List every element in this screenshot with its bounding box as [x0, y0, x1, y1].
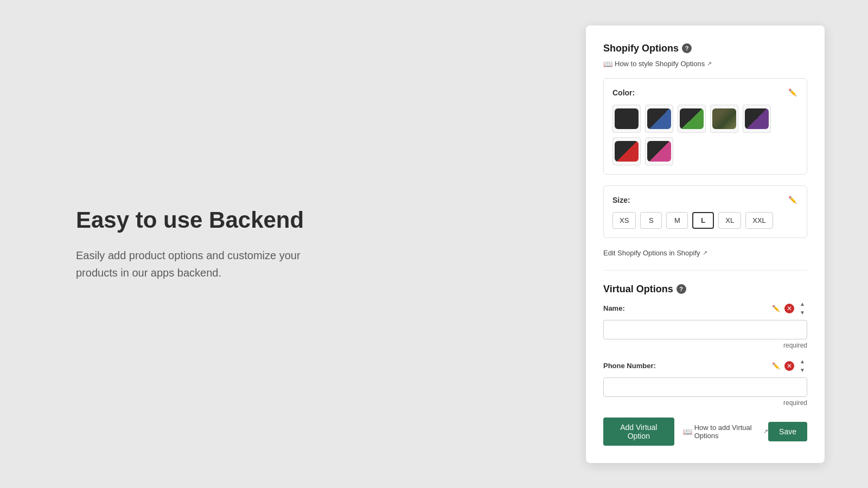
virtual-options-title: Virtual Options ? [603, 284, 807, 295]
name-controls: ✏️ ✕ ▲ ▼ [770, 300, 807, 317]
size-options-container: XS S M L XL XXL [612, 212, 798, 229]
color-edit-icon[interactable]: ✏️ [787, 87, 798, 98]
size-xl[interactable]: XL [718, 212, 741, 229]
name-required-text: required [603, 342, 807, 349]
shopify-options-title: Shopify Options ? [603, 43, 807, 54]
name-label: Name: [603, 304, 625, 312]
size-xs[interactable]: XS [612, 212, 636, 229]
swatch-black[interactable] [612, 105, 641, 133]
shopify-external-icon: ↗ [703, 249, 707, 256]
external-link-icon: ↗ [707, 60, 712, 67]
name-edit-icon[interactable]: ✏️ [770, 303, 781, 314]
color-swatches-container [612, 105, 798, 165]
name-arrow-controls: ▲ ▼ [797, 300, 807, 317]
name-option-header: Name: ✏️ ✕ ▲ ▼ [603, 300, 807, 317]
phone-input[interactable] [603, 377, 807, 397]
virtual-options-section: Virtual Options ? Name: ✏️ ✕ ▲ ▼ [603, 284, 807, 446]
main-description: Easily add product options and customize… [76, 247, 320, 281]
phone-controls: ✏️ ✕ ▲ ▼ [770, 358, 807, 374]
how-to-virtual-link[interactable]: 📖 How to add Virtual Options ↗ [683, 423, 768, 440]
phone-required-text: required [603, 399, 807, 407]
swatch-camo[interactable] [710, 105, 738, 133]
size-m[interactable]: M [666, 212, 688, 229]
virtual-option-name: Name: ✏️ ✕ ▲ ▼ required [603, 300, 807, 349]
virtual-option-phone: Phone Number: ✏️ ✕ ▲ ▼ required [603, 358, 807, 407]
options-card: Shopify Options ? 📖 How to style Shopify… [586, 25, 825, 463]
edit-shopify-link[interactable]: Edit Shopify Options in Shopify ↗ [603, 249, 807, 257]
swatch-purple-black[interactable] [743, 105, 771, 133]
size-s[interactable]: S [640, 212, 662, 229]
left-panel: Easy to use Backend Easily add product o… [0, 163, 586, 325]
right-panel: Shopify Options ? 📖 How to style Shopify… [586, 25, 825, 463]
size-option-label: Size: ✏️ [612, 195, 798, 206]
add-virtual-option-button[interactable]: Add Virtual Option [603, 418, 674, 446]
save-button[interactable]: Save [768, 422, 807, 441]
phone-down-arrow[interactable]: ▼ [797, 367, 807, 374]
name-down-arrow[interactable]: ▼ [797, 309, 807, 317]
main-heading: Easy to use Backend [76, 207, 553, 234]
shopify-help-icon[interactable]: ? [682, 43, 692, 53]
how-to-book-icon: 📖 [683, 427, 692, 436]
swatch-red-black[interactable] [612, 137, 641, 165]
swatch-green-black[interactable] [678, 105, 706, 133]
size-l[interactable]: L [692, 212, 714, 229]
virtual-help-icon[interactable]: ? [676, 284, 686, 294]
name-input[interactable] [603, 320, 807, 339]
color-option-box: Color: ✏️ [603, 78, 807, 175]
name-delete-icon[interactable]: ✕ [784, 304, 794, 313]
swatch-blue-black[interactable] [645, 105, 673, 133]
phone-delete-icon[interactable]: ✕ [784, 361, 794, 371]
size-option-box: Size: ✏️ XS S M L XL XXL [603, 185, 807, 238]
color-option-label: Color: ✏️ [612, 87, 798, 98]
how-to-external-icon: ↗ [763, 428, 768, 435]
name-up-arrow[interactable]: ▲ [797, 300, 807, 308]
bottom-left-actions: Add Virtual Option 📖 How to add Virtual … [603, 418, 768, 446]
phone-edit-icon[interactable]: ✏️ [770, 361, 781, 371]
size-edit-icon[interactable]: ✏️ [787, 195, 798, 206]
phone-arrow-controls: ▲ ▼ [797, 358, 807, 374]
size-xxl[interactable]: XXL [745, 212, 773, 229]
bottom-actions: Add Virtual Option 📖 How to add Virtual … [603, 418, 807, 446]
book-icon: 📖 [603, 60, 612, 68]
phone-label: Phone Number: [603, 362, 656, 370]
phone-up-arrow[interactable]: ▲ [797, 358, 807, 365]
section-divider [603, 270, 807, 271]
phone-option-header: Phone Number: ✏️ ✕ ▲ ▼ [603, 358, 807, 374]
swatch-pink-black[interactable] [645, 137, 673, 165]
style-shopify-link[interactable]: 📖 How to style Shopify Options ↗ [603, 60, 807, 68]
